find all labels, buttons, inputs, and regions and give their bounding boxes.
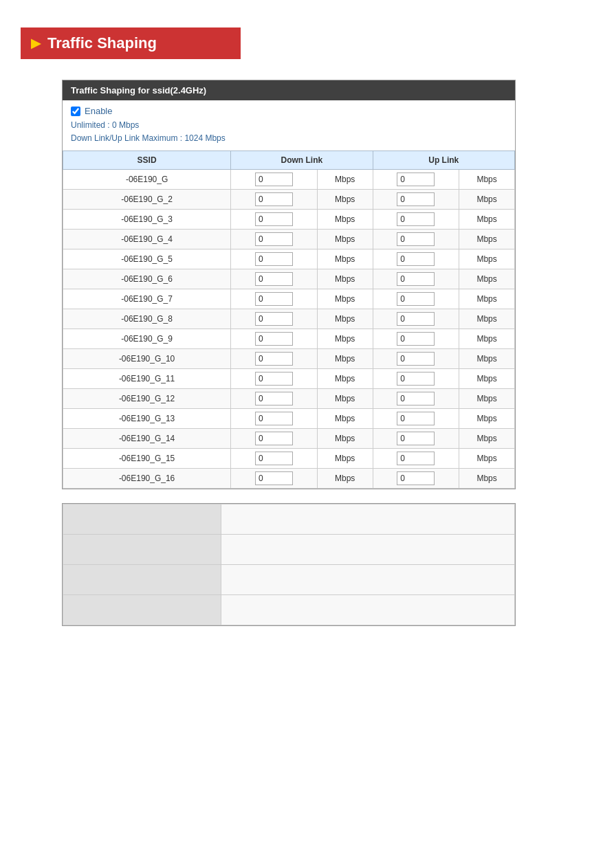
enable-row: Enable [71, 106, 507, 116]
ssid-cell: -06E190_G_11 [63, 369, 231, 389]
bottom-left-cell [63, 595, 221, 625]
uplink-input-cell[interactable] [373, 469, 459, 489]
uplink-input[interactable] [397, 272, 435, 286]
uplink-mbps-label: Mbps [459, 409, 515, 429]
unlimited-text: Unlimited : 0 Mbps [71, 119, 507, 132]
downlink-mbps-label: Mbps [317, 249, 373, 269]
downlink-input-cell[interactable] [231, 389, 318, 409]
table-row: -06E190_G_12 Mbps Mbps [63, 389, 515, 409]
uplink-mbps-label: Mbps [459, 230, 515, 249]
table-row: -06E190_G_13 Mbps Mbps [63, 409, 515, 429]
downlink-mbps-label: Mbps [317, 269, 373, 289]
ssid-cell: -06E190_G_16 [63, 469, 231, 489]
downlink-input[interactable] [255, 192, 293, 206]
downlink-input-cell[interactable] [231, 269, 318, 289]
uplink-input-cell[interactable] [373, 289, 459, 309]
enable-checkbox[interactable] [71, 107, 80, 116]
bottom-right-cell [221, 504, 515, 535]
downlink-input-cell[interactable] [231, 329, 318, 349]
uplink-mbps-label: Mbps [459, 269, 515, 289]
uplink-input[interactable] [397, 192, 435, 206]
uplink-input[interactable] [397, 252, 435, 266]
bottom-right-cell [221, 535, 515, 565]
downlink-input-cell[interactable] [231, 309, 318, 329]
downlink-input-cell[interactable] [231, 210, 318, 230]
uplink-input-cell[interactable] [373, 249, 459, 269]
uplink-input-cell[interactable] [373, 190, 459, 210]
page-title: Traffic Shaping [47, 34, 157, 52]
downlink-input[interactable] [255, 392, 293, 405]
downlink-input-cell[interactable] [231, 349, 318, 369]
downlink-input-cell[interactable] [231, 449, 318, 469]
uplink-input-cell[interactable] [373, 409, 459, 429]
downlink-input[interactable] [255, 471, 293, 485]
ssid-cell: -06E190_G_4 [63, 230, 231, 249]
ssid-cell: -06E190_G_9 [63, 329, 231, 349]
downlink-input[interactable] [255, 332, 293, 346]
downlink-input-cell[interactable] [231, 249, 318, 269]
downlink-input[interactable] [255, 352, 293, 366]
downlink-input[interactable] [255, 252, 293, 266]
uplink-input[interactable] [397, 372, 435, 386]
downlink-input[interactable] [255, 312, 293, 326]
downlink-mbps-label: Mbps [317, 210, 373, 230]
downlink-input[interactable] [255, 292, 293, 306]
downlink-input[interactable] [255, 232, 293, 246]
col-uplink: Up Link [373, 151, 514, 170]
ssid-cell: -06E190_G [63, 170, 231, 190]
uplink-input-cell[interactable] [373, 269, 459, 289]
uplink-input[interactable] [397, 312, 435, 326]
uplink-input-cell[interactable] [373, 349, 459, 369]
downlink-input-cell[interactable] [231, 409, 318, 429]
section-header: Traffic Shaping for ssid(2.4GHz) [63, 80, 515, 100]
uplink-input[interactable] [397, 392, 435, 405]
ssid-cell: -06E190_G_2 [63, 190, 231, 210]
uplink-input[interactable] [397, 292, 435, 306]
uplink-input-cell[interactable] [373, 449, 459, 469]
uplink-mbps-label: Mbps [459, 210, 515, 230]
table-row: -06E190_G_2 Mbps Mbps [63, 190, 515, 210]
downlink-input[interactable] [255, 372, 293, 386]
uplink-input[interactable] [397, 212, 435, 226]
downlink-input[interactable] [255, 452, 293, 465]
downlink-input-cell[interactable] [231, 190, 318, 210]
downlink-input-cell[interactable] [231, 170, 318, 190]
downlink-mbps-label: Mbps [317, 230, 373, 249]
uplink-input[interactable] [397, 412, 435, 425]
downlink-input-cell[interactable] [231, 469, 318, 489]
enable-label: Enable [85, 106, 112, 116]
table-options: Enable Unlimited : 0 Mbps Down Link/Up L… [63, 100, 515, 151]
uplink-input-cell[interactable] [373, 170, 459, 190]
downlink-input[interactable] [255, 432, 293, 445]
uplink-input-cell[interactable] [373, 210, 459, 230]
downlink-input-cell[interactable] [231, 429, 318, 449]
table-header-row: SSID Down Link Up Link [63, 151, 515, 170]
downlink-input[interactable] [255, 173, 293, 186]
uplink-input[interactable] [397, 173, 435, 186]
bottom-table-container [62, 503, 516, 626]
table-row: -06E190_G_11 Mbps Mbps [63, 369, 515, 389]
downlink-mbps-label: Mbps [317, 349, 373, 369]
uplink-input[interactable] [397, 471, 435, 485]
downlink-input[interactable] [255, 212, 293, 226]
uplink-input[interactable] [397, 352, 435, 366]
uplink-input[interactable] [397, 232, 435, 246]
ssid-cell: -06E190_G_12 [63, 389, 231, 409]
uplink-input-cell[interactable] [373, 309, 459, 329]
uplink-input[interactable] [397, 432, 435, 445]
downlink-input-cell[interactable] [231, 289, 318, 309]
uplink-mbps-label: Mbps [459, 249, 515, 269]
uplink-mbps-label: Mbps [459, 309, 515, 329]
uplink-input-cell[interactable] [373, 230, 459, 249]
uplink-input[interactable] [397, 452, 435, 465]
uplink-input-cell[interactable] [373, 389, 459, 409]
uplink-input-cell[interactable] [373, 329, 459, 349]
uplink-mbps-label: Mbps [459, 449, 515, 469]
uplink-input-cell[interactable] [373, 429, 459, 449]
downlink-input[interactable] [255, 412, 293, 425]
uplink-input[interactable] [397, 332, 435, 346]
downlink-input[interactable] [255, 272, 293, 286]
downlink-input-cell[interactable] [231, 369, 318, 389]
uplink-input-cell[interactable] [373, 369, 459, 389]
downlink-input-cell[interactable] [231, 230, 318, 249]
